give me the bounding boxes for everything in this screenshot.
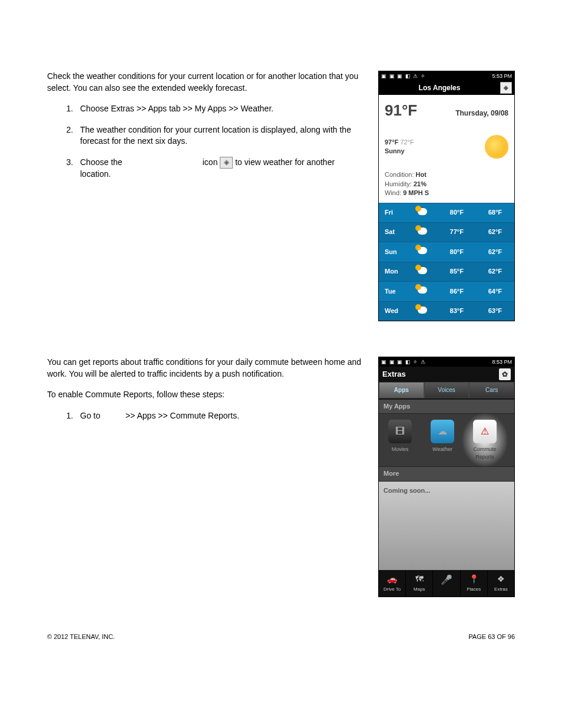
tab-apps[interactable]: Apps	[379, 382, 424, 398]
nav-extras[interactable]: ❖Extras	[488, 570, 514, 597]
copyright: © 2012 TELENAV, INC.	[47, 633, 115, 641]
nav-places[interactable]: 📍Places	[461, 570, 488, 597]
app-commute-reports[interactable]: ⚠ Commute Reports	[468, 420, 501, 460]
tab-voices[interactable]: Voices	[424, 382, 470, 398]
page-footer: © 2012 TELENAV, INC. PAGE 63 OF 96	[47, 633, 515, 641]
nav-mic[interactable]: 🎤	[433, 570, 460, 597]
tabs: Apps Voices Cars	[379, 382, 514, 399]
app-movies[interactable]: 🎞 Movies	[384, 420, 416, 460]
tab-cars[interactable]: Cars	[469, 382, 514, 398]
current-temp: 91°F	[385, 100, 417, 121]
extras-titlebar: Extras ✿	[379, 367, 514, 382]
status-bar: ▣ ▣ ▣ ◧ ⚠ ✧ 5:53 PM	[379, 71, 514, 81]
my-apps-header: My Apps	[379, 399, 514, 414]
app-weather[interactable]: ☁ Weather	[426, 420, 459, 460]
page-number: PAGE 63 OF 96	[468, 633, 515, 641]
weather-section: ▣ ▣ ▣ ◧ ⚠ ✧ 5:53 PM Los Angeles ◈ 91°F T…	[47, 71, 515, 321]
bottom-nav: 🚗Drive To 🗺Maps 🎤 📍Places ❖Extras	[379, 570, 514, 597]
location-icon[interactable]: ◈	[500, 82, 512, 94]
current-date: Thursday, 09/08	[455, 108, 508, 118]
more-header: More	[379, 466, 514, 481]
status-bar: ▣ ▣ ▣ ◧ ✧ ⚠ 8:53 PM	[379, 357, 514, 367]
sun-icon	[485, 135, 508, 159]
condition-text: Sunny	[385, 147, 414, 156]
nav-drive-to[interactable]: 🚗Drive To	[379, 570, 406, 597]
high-temp: 97°F	[385, 139, 398, 146]
extras-phone: ▣ ▣ ▣ ◧ ✧ ⚠ 8:53 PM Extras ✿ Apps Voices…	[378, 357, 515, 597]
low-temp: 72°F	[400, 139, 414, 146]
weather-titlebar: Los Angeles ◈	[379, 81, 514, 95]
crosshair-icon	[220, 157, 233, 169]
weather-phone: ▣ ▣ ▣ ◧ ⚠ ✧ 5:53 PM Los Angeles ◈ 91°F T…	[378, 71, 515, 321]
forecast-table: Fri80°F68°F Sat77°F62°F Sun80°F62°F Mon8…	[379, 203, 514, 321]
coming-soon: Coming soon...	[379, 482, 514, 570]
gear-icon[interactable]: ✿	[499, 368, 511, 380]
nav-maps[interactable]: 🗺Maps	[406, 570, 433, 597]
city-title: Los Angeles	[379, 83, 500, 93]
commute-section: ▣ ▣ ▣ ◧ ✧ ⚠ 8:53 PM Extras ✿ Apps Voices…	[47, 357, 515, 597]
